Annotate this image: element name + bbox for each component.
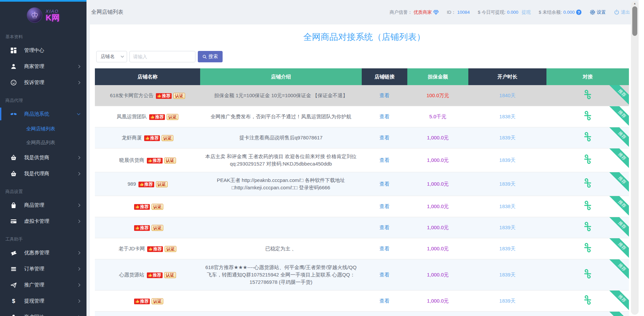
plane-icon	[10, 281, 17, 288]
sidebar-item[interactable]: 管理中心	[0, 42, 86, 58]
view-link[interactable]: 查看	[379, 246, 390, 251]
view-link[interactable]: 查看	[379, 203, 390, 209]
dock-cell: 推荐	[546, 127, 629, 148]
header-toolbar: 商户信誉： 优质商家 ID： 10084 $ 今日可提现: 0.000 提现 $…	[390, 9, 630, 15]
sidebar-item[interactable]: 商家管理	[0, 58, 86, 74]
person-icon	[10, 314, 17, 316]
recommend-badge: 推荐	[147, 158, 163, 164]
svg-text:?: ?	[578, 10, 580, 14]
sidebar-item[interactable]: 商品池系统	[0, 106, 86, 122]
sidebar-nav: 基本资料 管理中心	[0, 27, 86, 316]
plus-cross-icon[interactable]	[583, 111, 593, 121]
deposit-amount: 5.0千元	[429, 114, 447, 119]
sidebar-item-label: 订单管理	[24, 266, 77, 272]
system-title: 全网商品对接系统（店铺列表）	[95, 28, 634, 50]
deposit-cell: 1,000.0元	[407, 259, 468, 291]
sidebar-item[interactable]: 推广管理	[0, 277, 86, 293]
deposit-amount: 1,000.0元	[427, 157, 449, 163]
grid-icon	[10, 47, 17, 54]
column-header-shop-intro: 店铺介绍	[200, 68, 362, 85]
shop-name: 老于JD卡网	[119, 246, 145, 251]
search-button[interactable]: 搜索	[198, 51, 223, 62]
account-age: 1839天	[499, 157, 515, 163]
view-link[interactable]: 查看	[379, 135, 390, 140]
deposit-cell: 1,000.0元	[407, 291, 468, 312]
deposit-cell: 1,000.0元	[407, 217, 468, 238]
sidebar-item[interactable]: 我是代理商	[0, 166, 86, 182]
shop-name-cell: 龙虾商厦推荐认证	[95, 127, 200, 148]
recommend-badge: 推荐	[138, 182, 154, 187]
account-age: 1839天	[499, 298, 515, 304]
sidebar-subitem[interactable]: 全网商品列表	[0, 136, 86, 149]
search-button-label: 搜索	[209, 54, 218, 60]
logo: ♔ XIAO K网	[0, 0, 86, 27]
plus-cross-icon[interactable]	[583, 295, 593, 305]
sidebar: ♔ XIAO K网 基本资料 管理中心	[0, 0, 86, 316]
basket-icon	[10, 154, 17, 161]
verified-badge: 认证	[162, 135, 173, 141]
id-label: ID：	[447, 9, 456, 15]
view-link[interactable]: 查看	[379, 225, 390, 230]
withdraw-value: 0.000	[507, 10, 518, 15]
sidebar-item[interactable]: 优惠券管理	[0, 245, 86, 261]
sidebar-item[interactable]: 我是供货商	[0, 149, 86, 166]
search-field-select[interactable]: 店铺名	[96, 51, 127, 62]
search-input[interactable]	[129, 51, 195, 62]
sidebar-subitem[interactable]: 全网店铺列表	[0, 122, 86, 136]
account-age: 1840天	[499, 92, 515, 98]
bag-icon	[10, 202, 17, 208]
view-link[interactable]: 查看	[379, 157, 390, 163]
scrollbar-thumb[interactable]	[632, 6, 637, 36]
deposit-cell: 1,000.0元	[407, 172, 468, 196]
withdrawable-today: $ 今日可提现: 0.000 提现	[478, 9, 531, 15]
verified-badge: 认证	[164, 272, 176, 278]
sidebar-item-label: 推广管理	[24, 282, 77, 288]
plus-cross-icon[interactable]	[583, 132, 593, 142]
column-header-deposit: 担保金额	[407, 68, 468, 85]
view-link[interactable]: 查看	[379, 272, 390, 277]
scrollbar-track[interactable]: ▲	[631, 1, 639, 315]
verified-badge: 认证	[164, 157, 176, 164]
shop-link-cell: 查看	[362, 217, 407, 238]
dock-cell: 推荐	[546, 196, 629, 217]
table-row: 凤凰运营团队推荐认证 全网推广免费发布，否则平台不予通过！凤凰运营团队为你护航 …	[95, 106, 629, 127]
view-link[interactable]: 查看	[379, 181, 390, 187]
question-icon[interactable]: ?	[576, 9, 582, 15]
sidebar-item[interactable]: 商品管理	[0, 197, 86, 213]
list-icon	[10, 265, 17, 272]
column-header-account-age: 开户时长	[468, 68, 546, 85]
sidebar-item[interactable]: 订单管理	[0, 261, 86, 277]
sidebar-item[interactable]: 商户园地	[0, 309, 86, 316]
recommend-ribbon: 推荐	[608, 148, 629, 169]
plus-cross-icon[interactable]	[583, 200, 593, 210]
table-header-row: 店铺名称 店铺介绍 店铺链接 担保金额 开户时长 对接	[95, 68, 629, 85]
account-age-cell: 1838天	[468, 312, 546, 316]
withdraw-link[interactable]: 提现	[522, 9, 531, 15]
plus-cross-icon[interactable]	[583, 243, 593, 253]
plus-cross-icon[interactable]	[583, 178, 593, 188]
plus-cross-icon[interactable]	[583, 154, 593, 164]
sidebar-item-label: 商家管理	[24, 63, 77, 70]
shop-intro	[200, 291, 362, 312]
unsettled-balance: $ 未结余额: 0.000 ?	[539, 9, 582, 15]
deposit-amount: 1,000.0元	[427, 272, 449, 277]
plus-cross-icon[interactable]	[583, 222, 593, 232]
logout-button[interactable]: 退出	[614, 9, 630, 15]
sidebar-item[interactable]: $ 提现管理	[0, 293, 86, 309]
sidebar-item-label: 我是代理商	[24, 171, 77, 177]
verified-badge: 认证	[165, 246, 176, 252]
settings-button[interactable]: 设置	[590, 9, 606, 15]
plus-cross-icon[interactable]	[583, 89, 593, 100]
plus-cross-icon[interactable]	[583, 269, 593, 279]
view-link[interactable]: 查看	[379, 92, 390, 98]
sidebar-item[interactable]: 虚拟卡管理	[0, 213, 86, 229]
scrollbar-up-arrow-icon[interactable]: ▲	[631, 2, 639, 5]
view-link[interactable]: 查看	[379, 114, 390, 119]
deposit-cell: 500.0元	[407, 312, 468, 316]
shop-intro: 已稳定为主 、	[200, 238, 362, 259]
view-link[interactable]: 查看	[379, 298, 390, 304]
account-age: 1839天	[499, 246, 515, 251]
sidebar-item[interactable]: 投诉管理	[0, 74, 86, 90]
account-age-cell: 1839天	[468, 148, 546, 172]
shop-intro: 全网推广免费发布，否则平台不予通过！凤凰运营团队为你护航	[200, 106, 362, 127]
